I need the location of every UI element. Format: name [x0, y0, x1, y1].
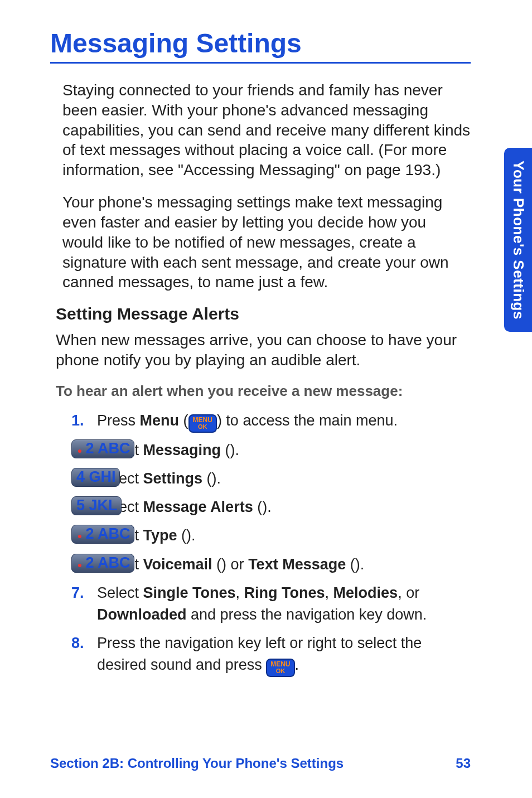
step-text: . [295, 656, 299, 673]
step-5: 5. Select Type ( 2 ABC). [71, 525, 471, 546]
page-title: Messaging Settings [50, 28, 471, 59]
step-text: , or [398, 584, 419, 601]
step-8: 8. Press the navigation key left or righ… [71, 632, 471, 677]
subheading: Setting Message Alerts [56, 304, 471, 323]
step-7: 7. Select Single Tones, Ring Tones, Melo… [71, 582, 471, 626]
keypad-2-icon: 2 ABC [71, 439, 134, 458]
side-tab: Your Phone's Settings [504, 148, 532, 332]
step-text: ( [179, 412, 188, 429]
step-text: ). [355, 556, 365, 573]
footer-page-number: 53 [456, 756, 471, 771]
intro-paragraph-2: Your phone's messaging settings make tex… [62, 192, 471, 292]
keypad-2-icon: 2 ABC [71, 554, 134, 573]
step-2: 2. Select Messaging ( 2 ABC). [71, 439, 471, 461]
footer-section: Section 2B: Controlling Your Phone's Set… [50, 756, 344, 771]
step-text: ) to access the main menu. [217, 412, 398, 429]
title-rule [50, 62, 471, 64]
step-text: ( [202, 470, 212, 487]
step-bold: Menu [140, 412, 180, 429]
side-tab-label: Your Phone's Settings [510, 161, 527, 320]
step-text: ). [262, 499, 272, 515]
step-number: 8. [71, 632, 84, 654]
keypad-5-icon: 5 JKL [71, 496, 122, 515]
step-text: , [325, 584, 333, 601]
step-text: ). [212, 470, 221, 487]
step-3: 3. Select Settings (4 GHI). [71, 468, 471, 490]
step-text: ) or [221, 556, 248, 573]
step-text: ( [212, 556, 222, 573]
page: Your Phone's Settings Messaging Settings… [0, 0, 532, 798]
procedure-lead: To hear an alert when you receive a new … [56, 383, 471, 400]
step-bold: Text Message [248, 556, 346, 573]
key-label: 2 ABC [86, 440, 130, 457]
step-bold: Messaging [143, 442, 221, 458]
step-6: 6. Select Voicemail (1 ) or Text Message… [71, 554, 471, 575]
intro-paragraph-1: Staying connected to your friends and fa… [62, 80, 471, 180]
step-bold: Single Tones [143, 584, 236, 601]
step-bold: Type [143, 527, 177, 544]
step-number: 1. [71, 410, 84, 432]
step-4: 4. Select Message Alerts (5 JKL). [71, 496, 471, 518]
step-bold: Message Alerts [143, 499, 253, 515]
step-1: 1. Press Menu (MENU) to access the main … [71, 410, 471, 433]
step-bold: Ring Tones [244, 584, 325, 601]
step-text: ). [230, 442, 240, 458]
step-text: ( [346, 556, 355, 573]
step-bold: Downloaded [97, 606, 187, 623]
footer: Section 2B: Controlling Your Phone's Set… [50, 756, 471, 771]
step-text: ( [177, 527, 187, 544]
step-number: 7. [71, 582, 84, 604]
step-text: and press the navigation key down. [187, 606, 427, 623]
step-bold: Voicemail [143, 556, 212, 573]
step-bold: Settings [143, 470, 203, 487]
step-text: Select [97, 584, 143, 601]
step-bold: Melodies [333, 584, 398, 601]
step-text: Press the navigation key left or right t… [97, 635, 422, 673]
menu-ok-key-icon: MENU [266, 659, 294, 677]
step-text: ). [186, 527, 196, 544]
key-label: 2 ABC [86, 525, 130, 542]
key-label: 2 ABC [86, 554, 130, 571]
step-text: Press [97, 412, 140, 429]
keypad-2-icon: 2 ABC [71, 525, 134, 544]
step-text: , [236, 584, 244, 601]
steps-list: 1. Press Menu (MENU) to access the main … [71, 410, 471, 677]
keypad-4-icon: 4 GHI [71, 468, 120, 487]
sub-paragraph: When new messages arrive, you can choose… [56, 330, 471, 370]
step-text: ( [253, 499, 263, 515]
step-text: ( [221, 442, 230, 458]
menu-ok-key-icon: MENU [188, 414, 217, 433]
